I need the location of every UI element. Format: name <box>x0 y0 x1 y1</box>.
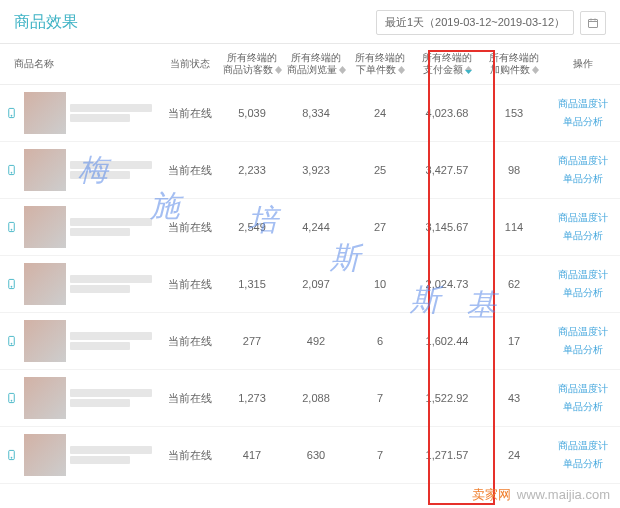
col-ops: 操作 <box>546 57 620 71</box>
product-cell[interactable] <box>0 377 160 419</box>
single-link[interactable]: 单品分析 <box>563 172 603 186</box>
table-row: 当前在线1,3152,097102,024.7362商品温度计单品分析 <box>0 256 620 313</box>
orders-cell: 24 <box>348 107 412 119</box>
col-status[interactable]: 当前状态 <box>160 57 220 71</box>
status-cell: 当前在线 <box>160 334 220 349</box>
thermo-link[interactable]: 商品温度计 <box>558 439 608 453</box>
product-cell[interactable] <box>0 206 160 248</box>
product-text <box>70 218 152 236</box>
col-orders[interactable]: 所有终端的下单件数 <box>348 52 412 76</box>
product-thumb <box>24 206 66 248</box>
svg-rect-0 <box>589 19 598 27</box>
cart-cell: 62 <box>482 278 546 290</box>
mobile-icon <box>6 277 20 291</box>
status-cell: 当前在线 <box>160 106 220 121</box>
thermo-link[interactable]: 商品温度计 <box>558 382 608 396</box>
date-range-label: 最近1天（2019-03-12~2019-03-12） <box>376 10 574 35</box>
cart-cell: 114 <box>482 221 546 233</box>
views-cell: 2,097 <box>284 278 348 290</box>
cart-cell: 43 <box>482 392 546 404</box>
status-cell: 当前在线 <box>160 163 220 178</box>
sort-icon[interactable] <box>532 66 539 74</box>
product-cell[interactable] <box>0 92 160 134</box>
table-row: 当前在线5,0398,334244,023.68153商品温度计单品分析 <box>0 85 620 142</box>
views-cell: 8,334 <box>284 107 348 119</box>
orders-cell: 6 <box>348 335 412 347</box>
ops-cell: 商品温度计单品分析 <box>546 154 620 186</box>
product-thumb <box>24 92 66 134</box>
pay-cell: 3,145.67 <box>412 221 482 233</box>
thermo-link[interactable]: 商品温度计 <box>558 97 608 111</box>
col-views[interactable]: 所有终端的商品浏览量 <box>284 52 348 76</box>
product-thumb <box>24 320 66 362</box>
orders-cell: 7 <box>348 449 412 461</box>
visitors-cell: 277 <box>220 335 284 347</box>
product-cell[interactable] <box>0 434 160 476</box>
cart-cell: 24 <box>482 449 546 461</box>
cart-cell: 98 <box>482 164 546 176</box>
table-row: 当前在线2,2333,923253,427.5798商品温度计单品分析 <box>0 142 620 199</box>
product-text <box>70 161 152 179</box>
product-cell[interactable] <box>0 263 160 305</box>
single-link[interactable]: 单品分析 <box>563 400 603 414</box>
sort-icon[interactable] <box>275 66 282 74</box>
orders-cell: 7 <box>348 392 412 404</box>
orders-cell: 27 <box>348 221 412 233</box>
svg-point-8 <box>11 286 12 287</box>
sort-icon[interactable] <box>398 66 405 74</box>
col-pay[interactable]: 所有终端的支付金额 <box>412 52 482 76</box>
visitors-cell: 5,039 <box>220 107 284 119</box>
table-row: 当前在线27749261,602.4417商品温度计单品分析 <box>0 313 620 370</box>
single-link[interactable]: 单品分析 <box>563 457 603 471</box>
product-text <box>70 446 152 464</box>
col-cart[interactable]: 所有终端的加购件数 <box>482 52 546 76</box>
single-link[interactable]: 单品分析 <box>563 229 603 243</box>
page-title: 商品效果 <box>14 12 78 33</box>
mobile-icon <box>6 220 20 234</box>
status-cell: 当前在线 <box>160 220 220 235</box>
product-thumb <box>24 434 66 476</box>
thermo-link[interactable]: 商品温度计 <box>558 211 608 225</box>
col-visitors[interactable]: 所有终端的商品访客数 <box>220 52 284 76</box>
ops-cell: 商品温度计单品分析 <box>546 439 620 471</box>
views-cell: 492 <box>284 335 348 347</box>
svg-point-4 <box>11 172 12 173</box>
single-link[interactable]: 单品分析 <box>563 286 603 300</box>
mobile-icon <box>6 163 20 177</box>
calendar-icon[interactable] <box>580 11 606 35</box>
product-cell[interactable] <box>0 149 160 191</box>
visitors-cell: 1,315 <box>220 278 284 290</box>
svg-point-10 <box>11 343 12 344</box>
product-thumb <box>24 377 66 419</box>
table-row: 当前在线1,2732,08871,522.9243商品温度计单品分析 <box>0 370 620 427</box>
mobile-icon <box>6 334 20 348</box>
status-cell: 当前在线 <box>160 448 220 463</box>
table-row: 当前在线2,5494,244273,145.67114商品温度计单品分析 <box>0 199 620 256</box>
pay-cell: 1,522.92 <box>412 392 482 404</box>
mobile-icon <box>6 391 20 405</box>
col-name[interactable]: 商品名称 <box>0 57 160 71</box>
thermo-link[interactable]: 商品温度计 <box>558 268 608 282</box>
thermo-link[interactable]: 商品温度计 <box>558 325 608 339</box>
single-link[interactable]: 单品分析 <box>563 115 603 129</box>
pay-cell: 4,023.68 <box>412 107 482 119</box>
pay-cell: 2,024.73 <box>412 278 482 290</box>
product-cell[interactable] <box>0 320 160 362</box>
product-text <box>70 104 152 122</box>
svg-point-2 <box>11 115 12 116</box>
cart-cell: 17 <box>482 335 546 347</box>
sort-icon[interactable] <box>339 66 346 74</box>
orders-cell: 25 <box>348 164 412 176</box>
single-link[interactable]: 单品分析 <box>563 343 603 357</box>
pay-cell: 1,271.57 <box>412 449 482 461</box>
svg-point-14 <box>11 457 12 458</box>
visitors-cell: 1,273 <box>220 392 284 404</box>
date-picker[interactable]: 最近1天（2019-03-12~2019-03-12） <box>376 10 606 35</box>
mobile-icon <box>6 448 20 462</box>
ops-cell: 商品温度计单品分析 <box>546 382 620 414</box>
sort-icon[interactable] <box>465 66 472 74</box>
cart-cell: 153 <box>482 107 546 119</box>
views-cell: 3,923 <box>284 164 348 176</box>
visitors-cell: 2,233 <box>220 164 284 176</box>
thermo-link[interactable]: 商品温度计 <box>558 154 608 168</box>
